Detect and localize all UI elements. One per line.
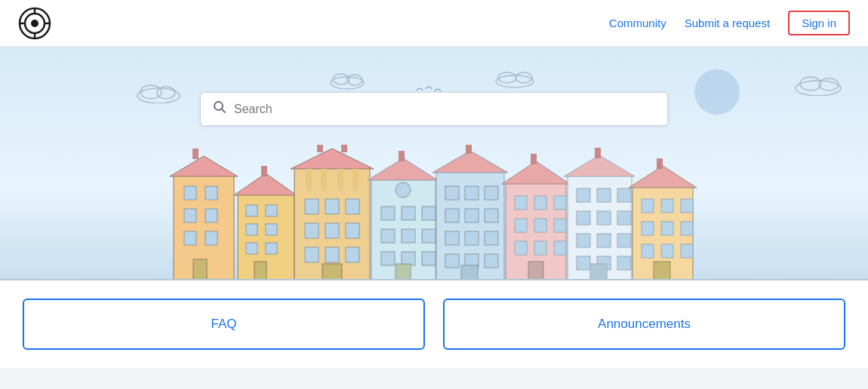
svg-rect-118 [661, 222, 673, 235]
svg-rect-70 [466, 145, 472, 154]
svg-rect-120 [642, 244, 654, 258]
svg-rect-32 [246, 205, 257, 216]
moon-circle [694, 69, 740, 115]
svg-rect-96 [528, 262, 543, 280]
svg-rect-98 [595, 148, 601, 158]
svg-rect-111 [590, 264, 607, 280]
svg-rect-52 [305, 247, 319, 262]
svg-rect-68 [396, 264, 411, 280]
svg-rect-75 [445, 209, 459, 222]
svg-rect-74 [485, 186, 498, 200]
svg-rect-63 [402, 229, 415, 243]
svg-rect-42 [337, 169, 343, 191]
svg-rect-76 [465, 209, 479, 222]
svg-rect-72 [445, 186, 459, 200]
svg-rect-35 [266, 224, 277, 235]
svg-rect-100 [597, 188, 611, 202]
svg-rect-55 [322, 264, 342, 280]
svg-rect-123 [654, 262, 670, 280]
svg-rect-119 [681, 222, 693, 235]
logo-icon [18, 7, 51, 40]
svg-rect-106 [597, 234, 611, 247]
svg-rect-99 [577, 188, 590, 202]
svg-point-18 [819, 78, 839, 90]
svg-rect-38 [254, 262, 266, 280]
svg-rect-121 [661, 244, 673, 258]
svg-rect-89 [554, 196, 566, 210]
logo-container [18, 7, 51, 40]
svg-rect-90 [515, 219, 527, 232]
svg-rect-40 [306, 169, 312, 191]
svg-rect-62 [381, 229, 395, 243]
svg-rect-60 [402, 207, 415, 220]
svg-rect-92 [554, 219, 566, 232]
submit-request-link[interactable]: Submit a request [685, 17, 770, 29]
svg-rect-83 [485, 254, 498, 268]
svg-rect-31 [261, 166, 267, 176]
community-link[interactable]: Community [609, 17, 666, 29]
svg-rect-108 [577, 256, 590, 270]
svg-point-2 [31, 20, 38, 27]
cloud-2 [325, 69, 370, 90]
svg-point-58 [396, 182, 411, 198]
cloud-4 [791, 73, 845, 96]
svg-point-8 [140, 85, 162, 99]
announcements-button[interactable]: Announcements [443, 299, 845, 350]
svg-point-17 [800, 77, 821, 90]
faq-button[interactable]: FAQ [23, 299, 425, 350]
buildings-area [0, 145, 868, 280]
svg-rect-59 [381, 207, 395, 220]
svg-rect-122 [681, 244, 693, 258]
svg-rect-81 [445, 254, 459, 268]
cards-section: FAQ Announcements [0, 280, 868, 368]
buildings-svg [0, 145, 868, 280]
svg-rect-78 [445, 231, 459, 245]
svg-rect-53 [325, 247, 339, 262]
cloud-3 [491, 68, 540, 89]
svg-rect-29 [193, 259, 207, 280]
svg-rect-44 [317, 145, 323, 152]
search-bar [200, 92, 668, 126]
svg-rect-113 [657, 158, 663, 169]
svg-rect-33 [266, 205, 277, 216]
svg-rect-26 [205, 209, 217, 222]
svg-rect-45 [341, 145, 347, 152]
svg-rect-24 [205, 186, 217, 200]
hero-section [0, 47, 868, 280]
svg-rect-104 [617, 211, 631, 225]
page-header: Community Submit a request Sign in [0, 0, 868, 47]
svg-rect-64 [422, 229, 436, 243]
svg-rect-80 [485, 231, 498, 245]
svg-rect-91 [534, 219, 546, 232]
svg-rect-43 [352, 169, 359, 191]
svg-rect-107 [617, 234, 631, 247]
svg-rect-84 [461, 265, 478, 280]
svg-rect-66 [402, 252, 415, 265]
svg-rect-103 [597, 211, 611, 225]
svg-rect-46 [305, 199, 319, 214]
search-container [200, 92, 668, 126]
svg-rect-73 [465, 186, 479, 200]
svg-rect-101 [617, 188, 631, 202]
svg-rect-93 [515, 241, 527, 255]
header-nav: Community Submit a request Sign in [609, 11, 850, 35]
svg-rect-34 [246, 224, 257, 235]
svg-rect-115 [661, 199, 673, 213]
svg-line-20 [222, 109, 226, 113]
svg-rect-117 [642, 222, 654, 235]
svg-rect-67 [422, 252, 436, 265]
svg-rect-116 [681, 199, 693, 213]
signin-button[interactable]: Sign in [788, 11, 850, 35]
svg-rect-95 [554, 241, 566, 255]
svg-rect-50 [325, 223, 339, 238]
svg-rect-57 [399, 151, 405, 161]
svg-rect-47 [325, 199, 339, 214]
svg-rect-28 [205, 231, 217, 245]
svg-rect-94 [534, 241, 546, 255]
svg-rect-102 [577, 211, 590, 225]
search-input[interactable] [234, 103, 655, 116]
svg-rect-87 [515, 196, 527, 210]
svg-rect-23 [184, 186, 196, 200]
svg-rect-37 [266, 243, 277, 254]
svg-rect-124 [0, 279, 868, 280]
